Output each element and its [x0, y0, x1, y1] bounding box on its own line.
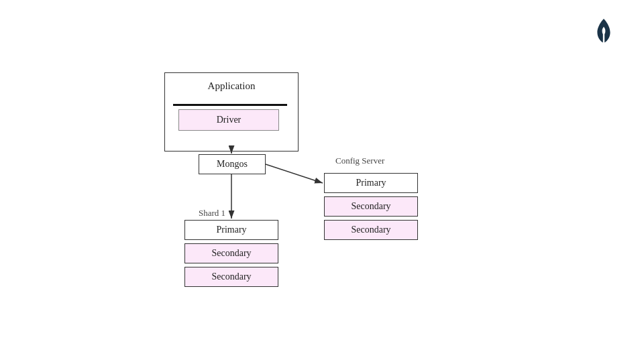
shard1-secondary1-label: Secondary [211, 248, 251, 259]
driver-inner-box: Driver [178, 109, 279, 131]
driver-label: Driver [217, 115, 241, 125]
shard1-secondary2-label: Secondary [211, 272, 251, 282]
mongos-box: Mongos [199, 154, 266, 174]
arrows-svg [0, 0, 644, 362]
shard1-secondary2-box: Secondary [184, 267, 278, 287]
mongodb-leaf-icon [596, 19, 612, 43]
shard1-label: Shard 1 [199, 208, 225, 219]
app-divider [173, 104, 287, 106]
config-primary-box: Primary [324, 173, 418, 193]
config-secondary1-box: Secondary [324, 196, 418, 217]
app-label: Application [164, 80, 299, 92]
config-primary-label: Primary [356, 178, 386, 188]
shard1-secondary1-box: Secondary [184, 243, 278, 263]
config-secondary2-label: Secondary [351, 225, 390, 235]
shard1-primary-label: Primary [216, 225, 246, 235]
config-secondary1-label: Secondary [351, 201, 390, 212]
shard1-primary-box: Primary [184, 220, 278, 240]
mongos-label: Mongos [217, 159, 248, 170]
config-secondary2-box: Secondary [324, 220, 418, 240]
diagram-container: Application Driver Mongos Shard 1 Primar… [0, 0, 644, 362]
config-server-label: Config Server [335, 156, 384, 166]
svg-line-3 [266, 164, 323, 183]
